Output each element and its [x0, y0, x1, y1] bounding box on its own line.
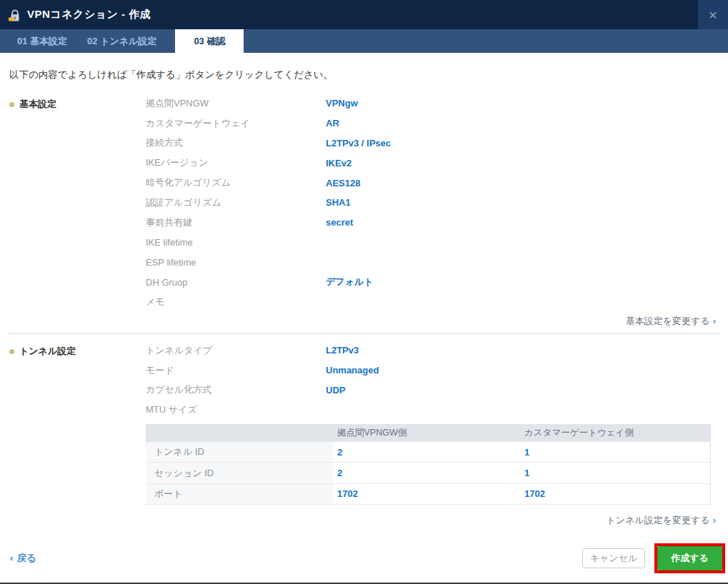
field-value: AES128: [326, 178, 360, 188]
field-value: VPNgw: [326, 98, 358, 109]
chevron-right-icon: ›: [713, 515, 716, 525]
tunnel-detail-table: 拠点間VPNGW側 カスタマーゲートウェイ側 トンネル ID 2 1 セッション…: [146, 424, 711, 505]
table-cell-value: 1702: [333, 488, 520, 499]
table-cell-value: 1702: [520, 488, 710, 499]
table-row-tunnel-id: トンネル ID 2 1: [146, 442, 710, 463]
basic-settings-title: 基本設定: [9, 98, 56, 111]
field-value: IKEv2: [326, 158, 351, 168]
table-cell-value: 2: [333, 468, 520, 478]
review-row-mtu-size: MTU サイズ: [146, 400, 728, 420]
tab-01-basic-settings[interactable]: 01 基本設定: [7, 29, 77, 53]
field-value: デフォルト: [326, 276, 374, 288]
create-button[interactable]: 作成する: [657, 546, 722, 570]
field-label: 認証アルゴリズム: [146, 196, 326, 209]
section-bullet-icon: [9, 349, 14, 354]
cancel-button[interactable]: キャンセル: [582, 548, 645, 568]
table-row-label: ポート: [146, 484, 333, 504]
table-row-session-id: セッション ID 2 1: [146, 463, 710, 483]
section-divider: [9, 333, 719, 334]
review-row-customer-gateway: カスタマーゲートウェイ AR: [146, 114, 728, 134]
section-title-label: トンネル設定: [19, 345, 76, 358]
table-cell-value: 2: [333, 447, 520, 458]
tab-02-tunnel-settings[interactable]: 02 トンネル設定: [77, 29, 166, 53]
change-link-label: トンネル設定を変更する: [607, 515, 710, 525]
change-link-label: 基本設定を変更する: [626, 316, 710, 326]
field-label: モード: [146, 364, 326, 377]
field-value: secret: [326, 217, 353, 228]
table-cell-value: 1: [520, 468, 710, 478]
table-row-label: セッション ID: [146, 463, 333, 483]
review-row-mode: モード Unmanaged: [146, 361, 728, 381]
table-header-row: 拠点間VPNGW側 カスタマーゲートウェイ側: [146, 424, 710, 442]
review-row-encryption-algorithm: 暗号化アルゴリズム AES128: [146, 173, 728, 193]
basic-settings-rows: 拠点間VPNGW VPNgw カスタマーゲートウェイ AR 接続方式 L2TPv…: [146, 94, 728, 312]
chevron-left-icon: ‹: [10, 553, 14, 563]
field-value: UDP: [326, 385, 345, 396]
dialog-header: VPNコネクション - 作成 ×: [0, 0, 728, 29]
wizard-steps: 01 基本設定 02 トンネル設定 03 確認: [0, 29, 728, 53]
review-row-connection-type: 接続方式 L2TPv3 / IPsec: [146, 134, 728, 153]
dialog-title: VPNコネクション - 作成: [27, 8, 151, 21]
section-bullet-icon: [9, 102, 14, 107]
review-row-esp-lifetime: ESP lifetime: [146, 252, 728, 272]
back-link-label: 戻る: [17, 553, 36, 563]
review-row-memo: メモ: [146, 292, 728, 312]
field-label: メモ: [146, 296, 326, 308]
chevron-right-icon: ›: [713, 316, 716, 326]
change-tunnel-settings-link[interactable]: トンネル設定を変更する›: [607, 514, 716, 527]
vpn-connection-create-dialog: VPNコネクション - 作成 × 01 基本設定 02 トンネル設定 03 確認…: [0, 0, 728, 584]
field-label: DH Gruop: [146, 277, 326, 288]
review-row-vpngw: 拠点間VPNGW VPNgw: [146, 94, 728, 114]
field-value: SHA1: [326, 197, 351, 208]
field-value: L2TPv3 / IPsec: [326, 138, 391, 148]
review-row-pre-shared-key: 事前共有鍵 secret: [146, 213, 728, 233]
field-label: 暗号化アルゴリズム: [146, 176, 326, 189]
tunnel-settings-rows: トンネルタイプ L2TPv3 モード Unmanaged カプセル化方式 UDP…: [146, 341, 728, 420]
back-link[interactable]: ‹戻る: [10, 552, 36, 565]
table-row-label: トンネル ID: [146, 442, 333, 462]
change-basic-settings-link[interactable]: 基本設定を変更する›: [626, 315, 716, 328]
field-value: AR: [326, 118, 339, 129]
field-label: MTU サイズ: [146, 403, 326, 416]
review-row-tunnel-type: トンネルタイプ L2TPv3: [146, 341, 728, 361]
field-value: L2TPv3: [326, 345, 359, 356]
instruction-text: 以下の内容でよろしければ「作成する」ボタンをクリックしてください。: [9, 69, 333, 81]
table-header-vpngw-side: 拠点間VPNGW側: [333, 427, 520, 439]
field-label: トンネルタイプ: [146, 344, 326, 357]
field-label: 接続方式: [146, 136, 326, 149]
tunnel-settings-title: トンネル設定: [9, 345, 76, 358]
table-cell-value: 1: [520, 447, 710, 458]
review-row-encapsulation: カプセル化方式 UDP: [146, 381, 728, 401]
table-header-cell: [146, 424, 333, 442]
field-label: IKE lifetime: [146, 237, 326, 248]
review-row-ike-lifetime: IKE lifetime: [146, 233, 728, 253]
field-value: Unmanaged: [326, 365, 379, 376]
review-row-dh-group: DH Gruop デフォルト: [146, 272, 728, 292]
field-label: カスタマーゲートウェイ: [146, 117, 326, 130]
field-label: 事前共有鍵: [146, 216, 326, 229]
tab-03-confirm[interactable]: 03 確認: [175, 29, 244, 53]
table-row-port: ポート 1702 1702: [146, 484, 710, 505]
field-label: ESP lifetime: [146, 257, 326, 268]
review-row-auth-algorithm: 認証アルゴリズム SHA1: [146, 193, 728, 213]
section-title-label: 基本設定: [19, 98, 56, 111]
field-label: 拠点間VPNGW: [146, 97, 326, 110]
annotation-highlight: 作成する: [654, 543, 725, 573]
basic-settings-section: 基本設定 拠点間VPNGW VPNgw カスタマーゲートウェイ AR 接続方式 …: [0, 94, 728, 312]
field-label: カプセル化方式: [146, 383, 326, 396]
field-label: IKEバージョン: [146, 156, 326, 169]
tunnel-settings-section: トンネル設定 トンネルタイプ L2TPv3 モード Unmanaged カプセル…: [0, 341, 728, 420]
review-row-ike-version: IKEバージョン IKEv2: [146, 153, 728, 173]
table-header-cgw-side: カスタマーゲートウェイ側: [520, 427, 710, 439]
close-icon[interactable]: ×: [698, 0, 728, 29]
lock-icon: [8, 9, 22, 23]
